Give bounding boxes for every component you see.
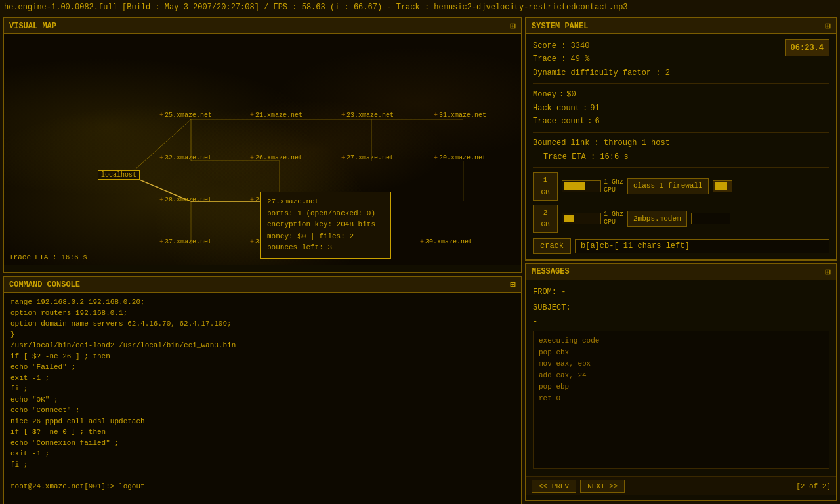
crack-input[interactable] [575, 239, 830, 253]
from-label: FROM: [533, 287, 556, 297]
time-display: 06:23.4 [785, 39, 830, 56]
command-console-panel: COMMAND CONSOLE ⊞ range 192.168.0.2 192.… [3, 276, 522, 504]
map-node-26[interactable]: 26.xmaze.net [250, 154, 303, 161]
console-line: if [ $? -ne 0 ] ; then [10, 427, 514, 438]
console-line: echo "Connect" ; [10, 405, 514, 416]
tooltip-money-files: money: $0 | files: 2 [267, 231, 384, 243]
title-text: he.engine-1.00.0082.full [Build : May 3 … [4, 3, 628, 12]
map-node-27[interactable]: 27.xmaze.net [341, 154, 394, 161]
console-icon: ⊞ [511, 279, 516, 290]
device-firewall: class 1 firewall [627, 178, 709, 194]
console-line: echo "Failed" ; [10, 362, 514, 373]
map-node-23[interactable]: 23.xmaze.net [341, 112, 394, 119]
tooltip-ports: ports: 1 (open/hacked: 0) [267, 208, 384, 220]
map-node-30[interactable]: 30.xmaze.net [420, 238, 472, 245]
console-line: exit -1 ; [10, 373, 514, 384]
map-node-25[interactable]: 25.xmaze.net [159, 112, 212, 119]
cpu-bar-1: 1 Ghz CPU [562, 178, 623, 194]
map-tooltip: 27.xmaze.net ports: 1 (open/hacked: 0) e… [260, 192, 391, 259]
cpu-label-1: CPU [604, 186, 623, 194]
ram-1: 1GB [533, 172, 558, 200]
map-node-32[interactable]: 32.xmaze.net [159, 154, 212, 161]
page-info: [2 of 2] [796, 482, 831, 490]
visual-map-title: VISUAL MAP [9, 22, 56, 31]
system-panel-title: SYSTEM PANEL [532, 22, 588, 31]
console-line: exit -1 ; [10, 448, 514, 459]
message-body-line: mov eax, ebx [539, 358, 824, 370]
console-line: root@24.xmaze.net[901]:> logout [10, 481, 514, 492]
console-line: if [ $? -ne 26 ] ; then [10, 351, 514, 362]
tooltip-encryption: encryption key: 2048 bits [267, 219, 384, 231]
system-panel-icon: ⊞ [826, 20, 831, 32]
tooltip-node-name: 27.xmaze.net [267, 196, 384, 208]
message-body-line: pop ebp [539, 381, 824, 393]
system-content: Score : 3340 Trace : 49 % Dynamic diffic… [526, 34, 836, 259]
console-line [10, 492, 514, 503]
map-node-37[interactable]: 37.xmaze.net [159, 238, 212, 245]
messages-panel: MESSAGES ⊞ FROM: - SUBJECT: - executing … [525, 263, 837, 501]
console-line: /usr/local/bin/eci-load2 /usr/local/bin/… [10, 340, 514, 351]
money-value: $0 [566, 88, 576, 101]
difficulty-label: Dynamic difficulty factor : 2 [533, 66, 670, 79]
from-value: - [561, 287, 566, 297]
title-bar: he.engine-1.00.0082.full [Build : May 3 … [0, 0, 840, 14]
ram-2: 2GB [533, 205, 558, 233]
subject-value: - [533, 317, 537, 326]
visual-map-icon: ⊞ [511, 20, 516, 32]
messages-title: MESSAGES [532, 267, 570, 276]
next-button[interactable]: NEXT >> [580, 480, 625, 493]
map-node-localhost[interactable]: localhost [98, 170, 140, 180]
hack-count-value: 91 [590, 102, 599, 115]
messages-body: executing codepop ebxmov eax, ebxadd eax… [533, 331, 830, 469]
system-panel: SYSTEM PANEL ⊞ Score : 3340 Trace : 49 %… [525, 17, 837, 261]
hardware-row-2: 2GB 1 Ghz CPU 2mbps.modem [533, 205, 830, 233]
console-line: echo "Connexion failed" ; [10, 438, 514, 449]
console-title: COMMAND CONSOLE [9, 280, 80, 289]
console-line [10, 470, 514, 481]
tooltip-bounces: bounces left: 3 [267, 242, 384, 254]
system-trace-eta: Trace ETA : 16:6 s [533, 150, 830, 163]
trace-count-colon: : [587, 115, 592, 128]
device-modem: 2mbps.modem [627, 211, 687, 227]
prev-button[interactable]: << PREV [532, 480, 576, 493]
cpu-speed-1: 1 Ghz [604, 178, 623, 186]
money-colon: : [559, 88, 564, 101]
messages-icon: ⊞ [826, 266, 831, 278]
console-line: nice 26 pppd call adsl updetach [10, 416, 514, 427]
trace-count-value: 6 [595, 115, 599, 128]
message-body-line: pop ebx [539, 347, 824, 359]
system-panel-header: SYSTEM PANEL ⊞ [526, 18, 836, 34]
crack-row[interactable]: crack [533, 238, 830, 254]
console-line: option domain-name-servers 62.4.16.70, 6… [10, 318, 514, 329]
visual-map-header: VISUAL MAP ⊞ [4, 18, 521, 34]
visual-map-panel: VISUAL MAP ⊞ [3, 17, 522, 273]
message-body-line: executing code [539, 335, 824, 347]
trace-label: Trace : 49 % [533, 52, 670, 66]
cpu-bar-2: 1 Ghz CPU [562, 211, 623, 226]
map-container[interactable]: 25.xmaze.net 21.xmaze.net 23.xmaze.net 3… [4, 34, 521, 265]
map-node-28[interactable]: 28.xmaze.net [159, 196, 212, 203]
map-node-21[interactable]: 21.xmaze.net [250, 112, 303, 119]
map-node-20[interactable]: 20.xmaze.net [434, 154, 486, 161]
hardware-row-1: 1GB 1 Ghz CPU class 1 firewall [533, 172, 830, 200]
map-node-31[interactable]: 31.xmaze.net [434, 112, 486, 119]
cpu-label-2: CPU [604, 219, 623, 226]
message-body-line: ret 0 [539, 393, 824, 405]
console-line: } [10, 329, 514, 341]
hack-count-colon: : [583, 102, 587, 115]
console-header: COMMAND CONSOLE ⊞ [4, 277, 521, 293]
money-label: Money [533, 88, 556, 101]
messages-header: MESSAGES ⊞ [526, 264, 836, 280]
console-line: fi ; [10, 459, 514, 471]
crack-button[interactable]: crack [533, 238, 571, 254]
score-label: Score : 3340 [533, 39, 670, 52]
console-content[interactable]: range 192.168.0.2 192.168.0.20; option r… [4, 293, 521, 504]
trace-count-label: Trace count [533, 115, 585, 128]
messages-content: FROM: - SUBJECT: - executing codepop ebx… [526, 280, 836, 476]
map-trace-eta: Trace ETA : 16:6 s [9, 253, 87, 261]
console-line: fi ; [10, 383, 514, 394]
console-line: echo "OK" ; [10, 394, 514, 406]
cpu-speed-2: 1 Ghz [604, 211, 623, 219]
messages-nav: << PREV NEXT >> [2 of 2] [526, 476, 836, 495]
hack-count-label: Hack count [533, 102, 580, 115]
